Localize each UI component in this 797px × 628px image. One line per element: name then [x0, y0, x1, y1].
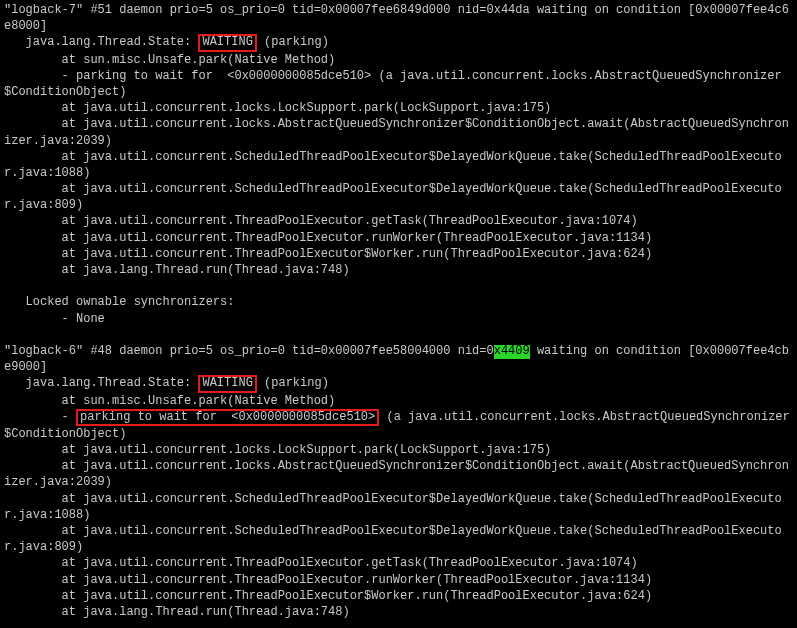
stack-line: at java.util.concurrent.locks.AbstractQu…: [4, 117, 789, 147]
highlight-box-waiting: WAITING: [198, 375, 256, 392]
state-prefix: java.lang.Thread.State:: [4, 376, 198, 390]
stack-line: at java.util.concurrent.ThreadPoolExecut…: [4, 231, 652, 245]
thread2-state-line: java.lang.Thread.State: WAITING (parking…: [4, 376, 329, 390]
stack-line: at java.util.concurrent.locks.AbstractQu…: [4, 459, 789, 489]
stack-line-parking: - parking to wait for <0x0000000085dce51…: [4, 410, 790, 441]
stack-line: at sun.misc.Unsafe.park(Native Method): [4, 394, 335, 408]
stack-line: - parking to wait for <0x0000000085dce51…: [4, 69, 782, 99]
highlight-green-nid: x4409: [494, 345, 530, 359]
stack-line: at java.lang.Thread.run(Thread.java:748): [4, 263, 350, 277]
thread1-header: "logback-7" #51 daemon prio=5 os_prio=0 …: [4, 3, 789, 33]
highlight-box-waiting: WAITING: [198, 34, 256, 51]
thread1-state-line: java.lang.Thread.State: WAITING (parking…: [4, 35, 329, 49]
thread2-header: "logback-6" #48 daemon prio=5 os_prio=0 …: [4, 344, 789, 374]
stack-line: at java.util.concurrent.ThreadPoolExecut…: [4, 556, 638, 570]
header-pre: "logback-6" #48 daemon prio=5 os_prio=0 …: [4, 344, 494, 358]
stack-line: at java.util.concurrent.ScheduledThreadP…: [4, 524, 782, 554]
highlight-box-parking: parking to wait for <0x0000000085dce510>: [76, 409, 379, 426]
stack-line: at java.util.concurrent.locks.LockSuppor…: [4, 101, 551, 115]
stack-line: at java.util.concurrent.ThreadPoolExecut…: [4, 247, 652, 261]
state-suffix: (parking): [257, 376, 329, 390]
stack-line: at java.util.concurrent.ThreadPoolExecut…: [4, 214, 638, 228]
locked-sync-value: - None: [4, 312, 105, 326]
stack-line: at java.util.concurrent.ScheduledThreadP…: [4, 150, 782, 180]
stack-line: at java.lang.Thread.run(Thread.java:748): [4, 605, 350, 619]
stack-line: at java.util.concurrent.ScheduledThreadP…: [4, 492, 782, 522]
state-prefix: java.lang.Thread.State:: [4, 35, 198, 49]
state-suffix: (parking): [257, 35, 329, 49]
stack-line: at java.util.concurrent.ThreadPoolExecut…: [4, 573, 652, 587]
parking-pre: -: [4, 410, 76, 424]
stack-line: at java.util.concurrent.ThreadPoolExecut…: [4, 589, 652, 603]
stack-line: at java.util.concurrent.locks.LockSuppor…: [4, 443, 551, 457]
locked-sync-header: Locked ownable synchronizers:: [4, 295, 234, 309]
stack-line: at java.util.concurrent.ScheduledThreadP…: [4, 182, 782, 212]
thread-dump-output: "logback-7" #51 daemon prio=5 os_prio=0 …: [0, 0, 797, 628]
stack-line: at sun.misc.Unsafe.park(Native Method): [4, 53, 335, 67]
